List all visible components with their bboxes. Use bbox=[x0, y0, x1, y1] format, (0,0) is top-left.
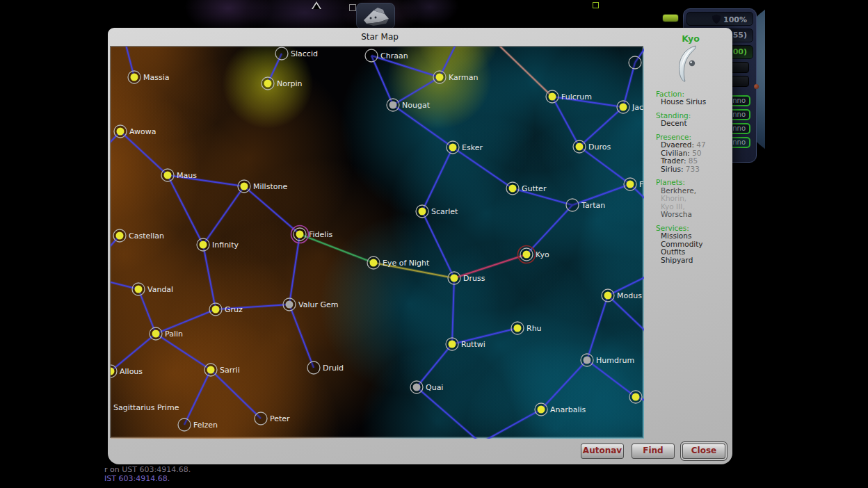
system-star bbox=[620, 104, 627, 111]
dialog-title: Star Map bbox=[108, 32, 652, 42]
autonav-button[interactable]: Autonav bbox=[581, 444, 624, 459]
system-label: Druid bbox=[323, 364, 344, 373]
system-label: Chraan bbox=[380, 51, 408, 60]
system-ValurGem[interactable]: Valur Gem bbox=[283, 298, 338, 311]
system-label: Druss bbox=[463, 274, 485, 283]
system-label: Tartan bbox=[581, 201, 605, 210]
system-star bbox=[436, 74, 444, 81]
system-label: Allous bbox=[120, 367, 143, 376]
system-Peter[interactable]: Peter bbox=[255, 412, 290, 425]
shield-bar: 100% (518) bbox=[686, 12, 753, 26]
shield-icon bbox=[712, 15, 721, 24]
system-label: Modus M bbox=[617, 291, 644, 300]
system-Rhu[interactable]: Rhu bbox=[511, 322, 542, 334]
system-Allous[interactable]: Allous bbox=[111, 365, 143, 377]
service-item: Shipyard bbox=[661, 257, 730, 265]
system-Maus[interactable]: Maus bbox=[161, 169, 197, 181]
system-Gruz[interactable]: Gruz bbox=[209, 303, 243, 316]
system-unnamed-1[interactable] bbox=[629, 56, 641, 69]
system-label: Awowa bbox=[129, 127, 156, 136]
system-SagittariusPrime[interactable]: Sagittarius Prime bbox=[113, 403, 179, 412]
system-label: Humdrum bbox=[596, 356, 634, 365]
system-star bbox=[449, 144, 457, 152]
service-item: Missions bbox=[661, 232, 730, 241]
system-EyeOfNight[interactable]: Eye of Night bbox=[367, 257, 430, 269]
nebula-layer bbox=[111, 47, 644, 439]
system-label: Scarlet bbox=[431, 207, 458, 216]
system-Millstone[interactable]: Millstone bbox=[238, 180, 287, 193]
system-Tartan[interactable]: Tartan bbox=[566, 199, 605, 211]
system-Infinity[interactable]: Infinity bbox=[197, 238, 239, 251]
star-map[interactable]: MassiaNorpinSlaccidChraanKarmanNougatFul… bbox=[110, 46, 643, 438]
star-map-dialog: Star Map MassiaNorpinSlaccidChraanKarman… bbox=[108, 28, 732, 464]
close-button[interactable]: Close bbox=[682, 444, 725, 459]
system-label: Anarbalis bbox=[550, 405, 586, 414]
system-star bbox=[116, 232, 124, 240]
system-star bbox=[131, 74, 138, 81]
system-Karman[interactable]: Karman bbox=[433, 71, 479, 83]
system-Quai[interactable]: Quai bbox=[410, 381, 443, 393]
system-Chraan[interactable]: Chraan bbox=[365, 49, 408, 62]
planet-name: Worscha bbox=[661, 211, 730, 219]
system-Humdrum[interactable]: Humdrum bbox=[581, 354, 634, 366]
planet-name: Khorin, bbox=[661, 195, 730, 203]
system-Massia[interactable]: Massia bbox=[128, 71, 170, 83]
system-Sarrii[interactable]: Sarrii bbox=[204, 364, 240, 376]
system-Esker[interactable]: Esker bbox=[447, 141, 483, 154]
system-ModusM[interactable]: Modus M bbox=[602, 289, 644, 302]
target-ship-box bbox=[356, 3, 395, 29]
system-star bbox=[419, 208, 426, 215]
system-star bbox=[164, 172, 172, 179]
system-label: Esker bbox=[462, 143, 483, 152]
system-Duros[interactable]: Duros bbox=[573, 140, 611, 153]
planets-list: Berkhere,Khorin,Kyo III,Worscha bbox=[652, 187, 730, 219]
system-star bbox=[449, 341, 456, 348]
system-Slaccid[interactable]: Slaccid bbox=[275, 47, 318, 60]
presence-list: Dvaered: 47Civilian: 50Trader: 85Sirius:… bbox=[652, 141, 730, 173]
ship-icon bbox=[357, 3, 394, 29]
system-star bbox=[135, 286, 143, 293]
system-Anarbalis[interactable]: Anarbalis bbox=[535, 403, 586, 416]
system-star bbox=[509, 185, 517, 193]
system-Scarlet[interactable]: Scarlet bbox=[416, 205, 458, 218]
system-Druid[interactable]: Druid bbox=[307, 361, 344, 374]
system-label: Kyo bbox=[536, 250, 549, 259]
system-label: Norpin bbox=[277, 79, 303, 88]
system-label: Nougat bbox=[402, 101, 431, 110]
find-button[interactable]: Find bbox=[632, 444, 675, 459]
system-ring bbox=[255, 412, 267, 425]
system-label: Palin bbox=[165, 330, 183, 339]
system-label: Fulcrum bbox=[561, 92, 592, 101]
system-star bbox=[584, 357, 591, 364]
hud-indicator-pill bbox=[662, 14, 679, 22]
system-F[interactable]: F bbox=[624, 178, 643, 190]
system-star bbox=[632, 393, 640, 401]
system-label: Slaccid bbox=[291, 49, 318, 58]
system-Gutter[interactable]: Gutter bbox=[506, 182, 547, 195]
system-star bbox=[207, 366, 215, 374]
system-Castellan[interactable]: Castellan bbox=[113, 229, 164, 242]
system-star bbox=[549, 93, 556, 101]
system-Nougat[interactable]: Nougat bbox=[387, 99, 431, 111]
services-list: MissionsCommodityOutfitsShipyard bbox=[652, 232, 730, 264]
system-label: Castellan bbox=[129, 231, 164, 241]
system-label: Jac bbox=[632, 103, 643, 112]
system-star bbox=[627, 181, 634, 188]
system-star bbox=[296, 231, 304, 238]
system-Palin[interactable]: Palin bbox=[150, 327, 183, 340]
system-star bbox=[370, 259, 378, 267]
system-Druss[interactable]: Druss bbox=[448, 272, 485, 284]
system-Norpin[interactable]: Norpin bbox=[262, 77, 303, 90]
system-ring bbox=[365, 49, 378, 62]
system-unnamed-2[interactable] bbox=[629, 391, 642, 403]
system-Fulcrum[interactable]: Fulcrum bbox=[546, 90, 592, 103]
system-Ruttwi[interactable]: Ruttwi bbox=[446, 338, 485, 350]
system-star bbox=[604, 292, 612, 300]
system-Vandal[interactable]: Vandal bbox=[132, 283, 173, 295]
system-Awowa[interactable]: Awowa bbox=[114, 125, 156, 138]
system-label: Massia bbox=[143, 73, 170, 82]
selected-system-name: Kyo bbox=[652, 35, 730, 43]
system-ring bbox=[178, 418, 191, 431]
system-star bbox=[212, 306, 220, 314]
system-Felzen[interactable]: Felzen bbox=[178, 418, 218, 431]
